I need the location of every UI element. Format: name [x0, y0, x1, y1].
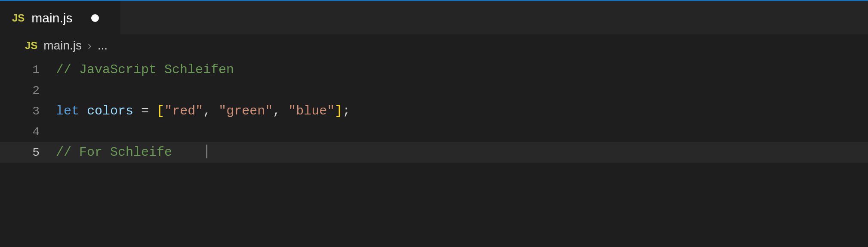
code-line[interactable]: 1// JavaScript Schleifen — [0, 59, 868, 80]
line-number: 4 — [0, 125, 56, 139]
code-line[interactable]: 3let colors = ["red", "green", "blue"]; — [0, 101, 868, 121]
tabs-bar: JS main.js — [0, 0, 868, 34]
breadcrumb-symbol[interactable]: ... — [98, 39, 108, 52]
code-content[interactable]: let colors = ["red", "green", "blue"]; — [56, 104, 350, 118]
tab-filename: main.js — [31, 11, 72, 25]
code-content[interactable]: // For Schleife — [56, 145, 207, 160]
code-content[interactable]: // JavaScript Schleifen — [56, 62, 234, 77]
line-number: 5 — [0, 146, 56, 159]
js-file-icon: JS — [25, 40, 37, 52]
chevron-right-icon: › — [88, 39, 92, 52]
line-number: 1 — [0, 63, 56, 77]
line-number: 2 — [0, 84, 56, 97]
js-file-icon: JS — [12, 12, 25, 24]
line-number: 3 — [0, 105, 56, 118]
breadcrumb-filename[interactable]: main.js — [43, 39, 82, 52]
text-cursor-icon — [206, 145, 207, 158]
code-line[interactable]: 5// For Schleife — [0, 142, 868, 163]
code-line[interactable]: 2 — [0, 80, 868, 101]
tab-main-js[interactable]: JS main.js — [0, 1, 120, 34]
code-line[interactable]: 4 — [0, 121, 868, 142]
breadcrumb: JS main.js › ... — [0, 34, 868, 57]
code-editor[interactable]: 1// JavaScript Schleifen23let colors = [… — [0, 57, 868, 163]
dirty-indicator-icon[interactable] — [91, 14, 99, 22]
